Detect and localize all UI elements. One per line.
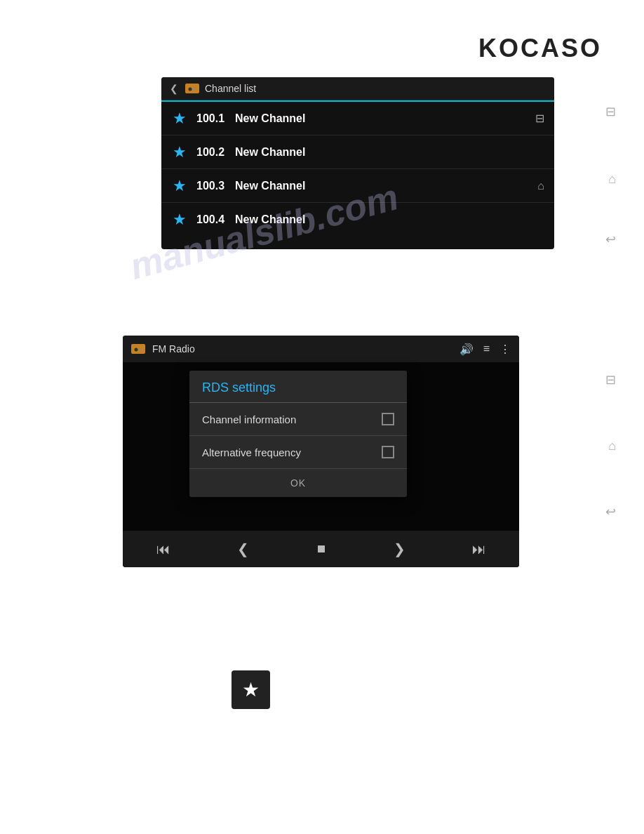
svg-rect-8 — [138, 350, 141, 350]
channel-star-icon: ★ — [173, 211, 187, 229]
screen2-bot-sys-btn[interactable]: ↩ — [605, 504, 616, 519]
channel-list-title: Channel list — [205, 83, 256, 94]
nav-stop[interactable]: ⏹ — [316, 543, 327, 555]
channel-star-icon: ★ — [173, 143, 187, 161]
svg-point-1 — [189, 88, 192, 91]
favorites-button[interactable]: ★ — [232, 670, 270, 709]
screen2-mid-sys-btn[interactable]: ⌂ — [608, 439, 616, 454]
alternative-frequency-label: Alternative frequency — [202, 446, 301, 458]
screen2-header: FM Radio 🔊 ≡ ⋮ — [123, 336, 519, 362]
svg-point-6 — [135, 348, 138, 352]
channel-star-icon: ★ — [173, 177, 187, 195]
alternative-frequency-option[interactable]: Alternative frequency — [189, 436, 407, 469]
channel-information-checkbox[interactable] — [382, 413, 394, 425]
svg-rect-4 — [192, 91, 194, 91]
channel-freq: 100.2 — [196, 146, 235, 159]
screen2-top-sys-btn[interactable]: ⊟ — [605, 372, 616, 388]
rds-settings-dialog: RDS settings Channel information Alterna… — [189, 371, 407, 497]
rds-ok-button[interactable]: OK — [290, 477, 306, 489]
channel-right-icon: ⊟ — [535, 112, 544, 125]
channel-row[interactable]: ★100.4 New Channel — [161, 203, 554, 237]
channel-star-icon: ★ — [173, 110, 187, 128]
channel-freq: 100.4 — [196, 213, 235, 226]
nav-prev-track[interactable]: ⏮ — [156, 541, 170, 557]
channel-list-screen: ❮ Channel list ★100.1 New Channel⊟★100.2… — [161, 77, 554, 249]
svg-rect-7 — [138, 348, 142, 349]
screen1-top-sys-btn[interactable]: ⊟ — [605, 104, 616, 119]
nav-next[interactable]: ❯ — [394, 541, 405, 557]
channel-name: New Channel — [235, 213, 305, 226]
channel-list: ★100.1 New Channel⊟★100.2 New Channel★10… — [161, 102, 554, 237]
alternative-frequency-checkbox[interactable] — [382, 446, 394, 458]
channel-information-label: Channel information — [202, 413, 296, 425]
fm-radio-title: FM Radio — [152, 343, 452, 355]
rds-ok-row: OK — [189, 469, 407, 497]
favorites-button-container: ★ — [232, 670, 270, 709]
channel-row[interactable]: ★100.3 New Channel⌂ — [161, 169, 554, 203]
volume-icon[interactable]: 🔊 — [459, 343, 474, 356]
screen1-bot-sys-btn[interactable]: ↩ — [605, 232, 616, 247]
brand-logo: KOCASO — [478, 34, 602, 63]
channel-name: New Channel — [235, 180, 305, 192]
channel-name: New Channel — [235, 112, 305, 125]
nav-next-track[interactable]: ⏭ — [472, 541, 486, 557]
radio-icon — [185, 84, 199, 93]
rds-title: RDS settings — [189, 371, 407, 402]
svg-rect-3 — [192, 89, 195, 90]
svg-rect-9 — [138, 351, 140, 352]
nav-prev[interactable]: ❮ — [237, 541, 249, 557]
channel-right-icon: ⌂ — [537, 180, 544, 192]
channel-row[interactable]: ★100.1 New Channel⊟ — [161, 102, 554, 135]
more-icon[interactable]: ⋮ — [499, 343, 511, 356]
screen1-header: ❮ Channel list — [161, 77, 554, 100]
channel-name: New Channel — [235, 146, 305, 159]
favorites-star-icon: ★ — [242, 678, 260, 701]
header-icons: 🔊 ≡ ⋮ — [459, 343, 511, 356]
fm-radio-screen: FM Radio 🔊 ≡ ⋮ RDS settings Channel info… — [123, 336, 519, 567]
back-icon[interactable]: ❮ — [170, 83, 178, 94]
screen2-nav: ⏮ ❮ ⏹ ❯ ⏭ — [123, 531, 519, 567]
channel-information-option[interactable]: Channel information — [189, 403, 407, 436]
channel-row[interactable]: ★100.2 New Channel — [161, 135, 554, 169]
svg-rect-2 — [192, 88, 196, 88]
screen1-mid-sys-btn[interactable]: ⌂ — [608, 172, 616, 187]
channel-freq: 100.1 — [196, 112, 235, 125]
fm-radio-icon — [131, 344, 145, 354]
list-icon[interactable]: ≡ — [483, 343, 490, 355]
channel-freq: 100.3 — [196, 180, 235, 192]
